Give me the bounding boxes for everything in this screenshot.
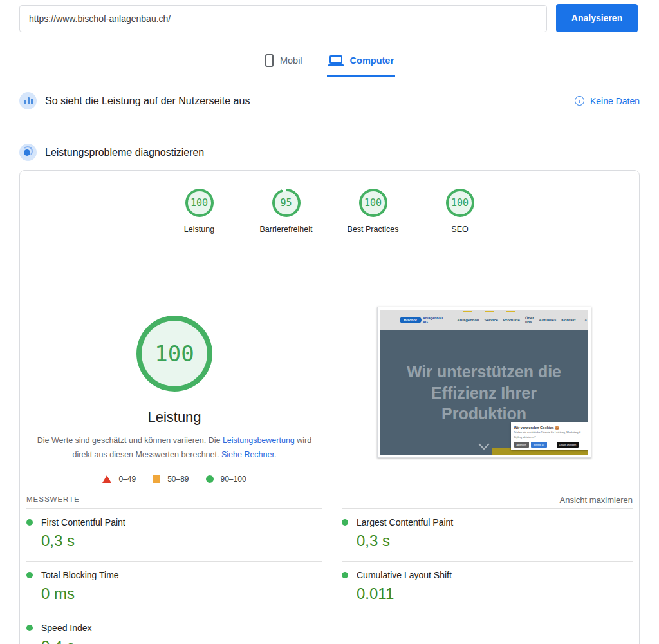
column-divider [329, 345, 330, 415]
tab-computer-label: Computer [350, 55, 394, 66]
metrics-section: MESSWERTE First Contentful Paint 0,3 s T… [20, 495, 639, 644]
thumb-site-header: Bischof Anlagenbau AG AnlagenbauServiceP… [380, 310, 588, 330]
performance-score-ring: 100 [136, 316, 212, 392]
score-label: Leistung [165, 225, 233, 234]
legend-item-fail: 0–49 [102, 475, 136, 484]
performance-overview: 100 Leistung Die Werte sind geschätzt un… [20, 251, 639, 484]
siehe-rechner-link[interactable]: Siehe Rechner [221, 450, 274, 459]
score-value: 95 [280, 197, 292, 209]
info-icon[interactable]: i [575, 96, 584, 106]
score-gauge-leistung[interactable]: 100 Leistung [165, 189, 233, 234]
metric-row-cls: Cumulative Layout Shift 0.011 [342, 561, 633, 614]
leistungsbewertung-link[interactable]: Leistungsbewertung [223, 436, 295, 445]
thumb-site-logo-text: Anlagenbau AG [423, 316, 443, 324]
legend-range: 0–49 [118, 475, 136, 484]
url-input[interactable] [19, 5, 547, 32]
metric-name: First Contentful Paint [41, 517, 125, 527]
thumb-search-icon: ⌕ [585, 318, 587, 323]
legend-range: 50–89 [167, 475, 189, 484]
legend-item-pass: 90–100 [206, 475, 246, 484]
cookie-body: Dürfen wir zusätzliche Dienste für Leist… [514, 431, 585, 439]
metric-row-speed-index: Speed Index 0,4 s [26, 614, 322, 644]
thumb-site-logo: Bischof [400, 317, 422, 323]
lab-section-header: Leistungsprobleme diagnostizieren [0, 144, 659, 161]
score-label: SEO [426, 225, 494, 234]
phone-icon [265, 54, 274, 67]
gauge-desc-text: . [274, 450, 276, 459]
score-gauge-barrierefreiheit[interactable]: 95 Barrierefreiheit [252, 189, 320, 234]
url-bar: Analysieren [0, 0, 659, 37]
metric-name: Speed Index [41, 623, 92, 633]
page-screenshot-thumbnail[interactable]: Bischof Anlagenbau AG AnlagenbauServiceP… [377, 307, 591, 458]
performance-gauge-column: 100 Leistung Die Werte sind geschätzt un… [20, 251, 329, 484]
metric-value: 0 ms [41, 585, 322, 603]
green-dot-icon [342, 572, 348, 578]
green-circle-icon [206, 475, 214, 483]
performance-score-value: 100 [154, 341, 194, 366]
tab-computer[interactable]: Computer [327, 52, 395, 77]
thumb-chevron-down-icon [479, 439, 490, 450]
green-dot-icon [26, 572, 33, 578]
orange-square-icon [153, 475, 160, 483]
metric-name: Cumulative Layout Shift [357, 570, 452, 580]
category-scores-row: 100 Leistung 95 Barrierefreiheit 100 Bes… [26, 171, 633, 251]
score-value: 100 [451, 197, 469, 209]
score-ring: 100 [359, 189, 387, 217]
laptop-icon [328, 55, 344, 66]
green-dot-icon [26, 625, 33, 631]
thumb-hero: Wir unterstützen die Effizienz Ihrer Pro… [380, 330, 588, 455]
metrics-header: MESSWERTE [26, 495, 322, 508]
section-divider [19, 120, 640, 120]
thumb-nav-accent-marks [463, 311, 515, 312]
score-gauge-best-practices[interactable]: 100 Best Practices [339, 189, 407, 234]
green-dot-icon [26, 519, 33, 526]
field-data-icon [19, 92, 37, 109]
metric-name: Total Blocking Time [41, 570, 119, 580]
metric-value: 0,4 s [41, 638, 322, 644]
red-triangle-icon [102, 475, 111, 483]
score-value: 100 [364, 197, 382, 209]
metric-row-lcp: Largest Contentful Paint 0,3 s [342, 508, 633, 561]
metric-row-tbt: Total Blocking Time 0 ms [26, 561, 322, 614]
cookie-accept-button: Stimme zu [531, 442, 547, 448]
metric-value: 0,3 s [357, 532, 633, 550]
green-dot-icon [342, 519, 348, 526]
metric-row-divider [342, 614, 633, 614]
score-label: Barrierefreiheit [252, 225, 320, 234]
no-data-link[interactable]: Keine Daten [590, 96, 640, 106]
lab-section-title: Leistungsprobleme diagnostizieren [45, 147, 204, 158]
analyze-button[interactable]: Analysieren [556, 4, 638, 32]
metric-value: 0.011 [357, 585, 633, 603]
tab-mobil[interactable]: Mobil [264, 52, 304, 77]
score-label: Best Practices [339, 225, 407, 234]
expand-view-link[interactable]: Ansicht maximieren [342, 495, 633, 508]
legend-item-average: 50–89 [153, 475, 189, 484]
tab-mobil-label: Mobil [280, 55, 302, 66]
performance-gauge-title: Leistung [20, 409, 329, 426]
cookie-decline-button: Ablehnen [514, 442, 529, 448]
cookie-details-button: Details anzeigen [557, 442, 579, 448]
field-data-section-header: So sieht die Leistung auf der Nutzerseit… [0, 92, 659, 109]
metric-value: 0,3 s [41, 532, 322, 550]
report-card: 100 Leistung 95 Barrierefreiheit 100 Bes… [19, 170, 640, 644]
legend-range: 90–100 [221, 475, 246, 484]
cookie-title: Wir verwenden Cookies 🍪 [514, 426, 585, 430]
gauge-description: Die Werte sind geschätzt und können vari… [31, 434, 318, 462]
score-value: 100 [190, 197, 208, 209]
thumb-site-nav: AnlagenbauServiceProdukteÜber unsAktuell… [457, 316, 587, 324]
metric-row-fcp: First Contentful Paint 0,3 s [26, 508, 322, 561]
field-data-title: So sieht die Leistung auf der Nutzerseit… [45, 95, 250, 107]
gauge-desc-text: Die Werte sind geschätzt und können vari… [37, 436, 223, 445]
device-tabs: Mobil Computer [0, 52, 659, 77]
score-legend: 0–49 50–89 90–100 [20, 475, 329, 484]
thumb-cookie-banner: Wir verwenden Cookies 🍪 Dürfen wir zusät… [511, 422, 588, 450]
score-ring: 95 [272, 189, 301, 217]
screenshot-column: Bischof Anlagenbau AG AnlagenbauServiceP… [329, 251, 639, 484]
lab-data-icon [19, 144, 37, 161]
score-gauge-seo[interactable]: 100 SEO [426, 189, 494, 234]
thumb-hero-text: Wir unterstützen die Effizienz Ihrer Pro… [397, 361, 571, 424]
metric-name: Largest Contentful Paint [357, 517, 453, 527]
score-ring: 100 [185, 189, 214, 217]
score-ring: 100 [446, 189, 474, 217]
